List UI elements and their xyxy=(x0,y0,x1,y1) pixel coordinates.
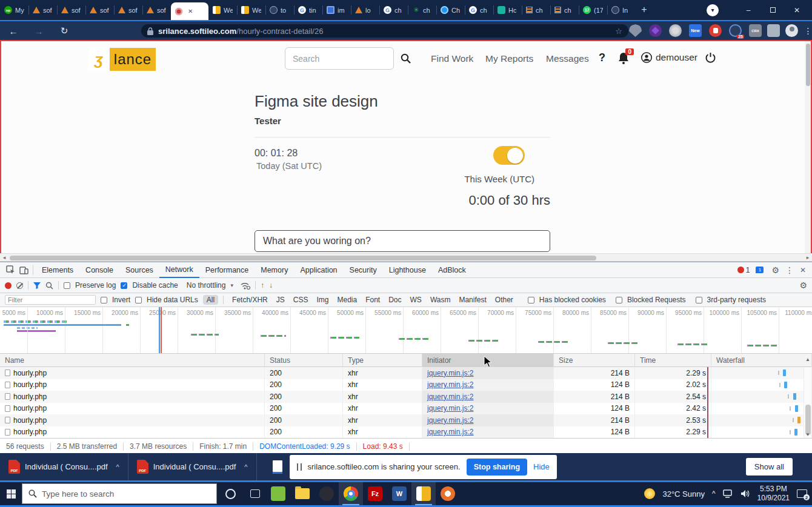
download-caret-icon[interactable]: ^ xyxy=(244,463,247,471)
browser-tab[interactable]: Gch xyxy=(465,0,493,20)
weather-text[interactable]: 32°C Sunny xyxy=(662,489,705,499)
table-scroll-up-icon[interactable]: ▲ xyxy=(805,357,810,362)
bookmark-star-icon[interactable]: ☆ xyxy=(615,27,622,36)
download-item[interactable]: PDF Individual ( Consu....pdf ^ xyxy=(128,453,257,480)
record-network-log-icon[interactable] xyxy=(5,282,12,289)
preserve-log-checkbox[interactable] xyxy=(64,282,70,289)
tab-close-icon[interactable]: ✕ xyxy=(188,8,193,15)
filter-type-font[interactable]: Font xyxy=(362,295,384,305)
filter-type-img[interactable]: Img xyxy=(313,295,332,305)
taskbar-search-input[interactable] xyxy=(42,489,187,499)
browser-tab[interactable]: Hc xyxy=(493,0,522,20)
back-button[interactable]: ← xyxy=(6,24,21,38)
browser-tab[interactable]: In xyxy=(607,0,636,20)
browser-tab-active[interactable]: ✕ xyxy=(171,2,208,20)
download-caret-icon[interactable]: ^ xyxy=(116,463,119,471)
network-settings-gear-icon[interactable]: ⚙ xyxy=(799,280,807,290)
browser-tab[interactable]: ch xyxy=(522,0,550,20)
devtools-menu-kebab-icon[interactable]: ⋮ xyxy=(785,265,794,275)
has-blocked-cookies-checkbox[interactable] xyxy=(528,297,534,303)
console-error-badge[interactable]: 1 xyxy=(737,266,750,274)
srilance-logo[interactable]: ʒ lance xyxy=(88,48,156,71)
page-vertical-scrollbar[interactable] xyxy=(805,41,811,253)
devtools-settings-gear-icon[interactable]: ⚙ xyxy=(771,265,779,275)
browser-tab[interactable]: sof xyxy=(28,0,57,20)
network-overview-timeline[interactable]: 5000 ms10000 ms15000 ms20000 ms25000 ms3… xyxy=(0,307,812,354)
browser-tab[interactable]: 17(17 xyxy=(579,0,607,20)
minimize-button[interactable]: – xyxy=(738,2,759,18)
nav-messages[interactable]: Messages xyxy=(546,53,589,64)
crx-extension-icon[interactable]: CRX xyxy=(749,24,762,37)
network-request-row[interactable]: hourly.php200xhrjquery.min.js:2124 B2.29… xyxy=(0,426,812,439)
start-button[interactable] xyxy=(0,482,22,505)
initiator-link[interactable]: jquery.min.js:2 xyxy=(427,380,473,389)
filter-type-other[interactable]: Other xyxy=(491,295,517,305)
browser-tab[interactable]: to xyxy=(265,0,294,20)
table-scroll-thumb[interactable] xyxy=(805,405,811,435)
network-request-row[interactable]: hourly.php200xhrjquery.min.js:2124 B2.42… xyxy=(0,403,812,415)
task-description-input[interactable] xyxy=(255,230,550,252)
disable-cache-checkbox[interactable] xyxy=(121,282,127,289)
adblock-hand-extension-icon[interactable] xyxy=(709,24,722,37)
taskbar-app-orange-browser[interactable] xyxy=(436,482,460,505)
clear-network-log-icon[interactable] xyxy=(16,282,23,289)
help-icon[interactable]: ? xyxy=(599,51,605,64)
puzzle-extensions-icon[interactable] xyxy=(767,24,780,37)
column-header-name[interactable]: Name xyxy=(0,354,265,367)
devtools-close-icon[interactable]: ✕ xyxy=(800,266,806,274)
issues-badge[interactable]: 1 xyxy=(756,267,765,273)
network-request-row[interactable]: hourly.php200xhrjquery.min.js:2124 B2.02… xyxy=(0,379,812,391)
hscroll-thumb[interactable] xyxy=(10,256,596,260)
filter-type-all[interactable]: All xyxy=(203,295,218,305)
close-button[interactable]: ✕ xyxy=(787,2,807,18)
hide-link[interactable]: Hide xyxy=(533,462,550,471)
filter-funnel-icon[interactable] xyxy=(33,282,41,289)
address-bar[interactable]: srilance.softileo.com/hourly-contract-de… xyxy=(141,24,628,38)
browser-tab[interactable]: sof xyxy=(85,0,114,20)
blocked-requests-checkbox[interactable] xyxy=(616,297,622,303)
devtools-tab-application[interactable]: Application xyxy=(294,262,343,278)
taskbar-app-srilance[interactable] xyxy=(411,482,436,505)
nav-find-work[interactable]: Find Work xyxy=(431,53,473,64)
browser-tab[interactable]: Gtin xyxy=(294,0,322,20)
network-icon[interactable] xyxy=(723,489,733,498)
page-horizontal-scrollbar[interactable]: ◂ ▸ xyxy=(0,253,812,262)
clock[interactable]: 5:53 PM 10/9/2021 xyxy=(757,485,790,503)
globe-extension-icon[interactable]: 25 xyxy=(729,24,742,37)
import-har-icon[interactable]: ↑ xyxy=(261,281,264,290)
reload-button[interactable]: ↻ xyxy=(57,24,72,38)
device-toolbar-icon[interactable] xyxy=(17,263,30,277)
browser-tab[interactable]: We xyxy=(208,0,237,20)
tray-expand-icon[interactable]: ^ xyxy=(712,489,716,498)
action-center-icon[interactable]: 2 xyxy=(797,489,807,498)
column-header-waterfall[interactable]: Waterfall xyxy=(711,354,812,367)
throttling-caret-icon[interactable]: ▾ xyxy=(230,282,233,288)
network-request-row[interactable]: hourly.php200xhrjquery.min.js:2214 B2.54… xyxy=(0,391,812,403)
column-header-status[interactable]: Status xyxy=(265,354,343,367)
speaker-icon[interactable] xyxy=(740,489,750,498)
browser-tab[interactable]: Ch xyxy=(436,0,465,20)
taskbar-app-word[interactable]: W xyxy=(387,482,411,505)
hide-data-urls-checkbox[interactable] xyxy=(135,297,142,303)
browser-menu-kebab-icon[interactable]: ⋮ xyxy=(802,24,812,37)
browser-tab[interactable]: lo xyxy=(351,0,379,20)
devtools-tab-lighthouse[interactable]: Lighthouse xyxy=(383,262,432,278)
filter-type-wasm[interactable]: Wasm xyxy=(427,295,454,305)
filter-type-doc[interactable]: Doc xyxy=(385,295,405,305)
column-header-type[interactable]: Type xyxy=(343,354,422,367)
inspect-element-icon[interactable] xyxy=(4,263,17,277)
taskbar-app-explorer[interactable] xyxy=(290,482,314,505)
show-all-downloads-button[interactable]: Show all xyxy=(746,458,793,476)
new-tab-button[interactable]: + xyxy=(636,1,653,18)
cortana-icon[interactable] xyxy=(225,489,236,499)
devtools-tab-console[interactable]: Console xyxy=(79,262,119,278)
devtools-tab-performance[interactable]: Performance xyxy=(199,262,255,278)
task-view-icon[interactable] xyxy=(250,489,260,498)
gray-extension-icon[interactable] xyxy=(669,24,682,37)
search-icon[interactable] xyxy=(401,53,411,64)
user-menu[interactable]: demouser xyxy=(641,52,697,63)
browser-tab[interactable]: We xyxy=(237,0,265,20)
shield-extension-icon[interactable] xyxy=(629,24,642,37)
scroll-left-icon[interactable]: ◂ xyxy=(0,254,8,261)
browser-tab[interactable]: ✳ch xyxy=(408,0,436,20)
